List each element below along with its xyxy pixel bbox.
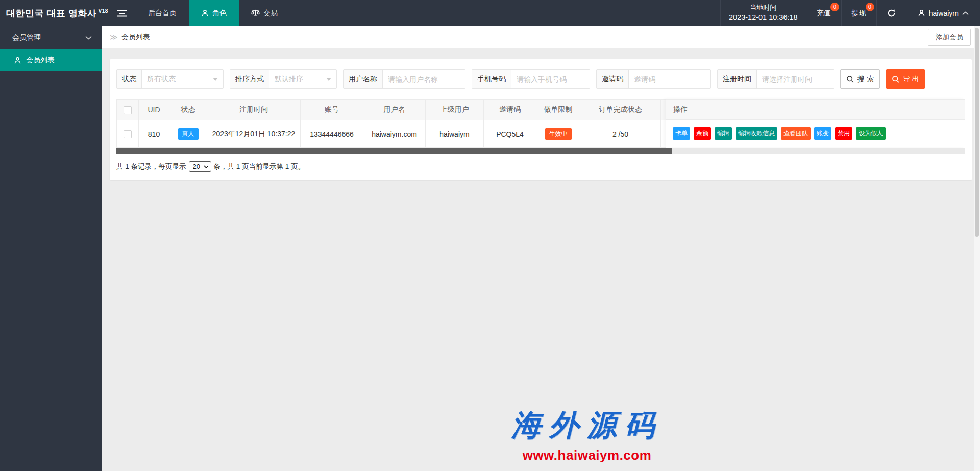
breadcrumb-icon: ≫ <box>110 33 118 42</box>
table-scroll-area[interactable]: UID 状态 注册时间 账号 用户名 上级用户 邀请码 做单限制 订单完成状态 <box>116 99 666 148</box>
username-input[interactable] <box>383 70 465 88</box>
col-header-account: 账号 <box>301 100 363 120</box>
person-icon <box>14 57 21 64</box>
action-balance-button[interactable]: 余额 <box>694 127 711 140</box>
col-header-clipped: 余 <box>661 100 667 120</box>
cell-uid: 810 <box>139 120 169 148</box>
sidebar-group-member-management[interactable]: 会员管理 <box>0 26 102 49</box>
cell-order-progress: 2 /50 <box>580 120 661 148</box>
search-icon <box>892 75 900 83</box>
col-header-parent-user: 上级用户 <box>426 100 484 120</box>
vertical-scrollbar-thumb[interactable] <box>975 28 979 237</box>
table-header-row: UID 状态 注册时间 账号 用户名 上级用户 邀请码 做单限制 订单完成状态 <box>117 100 667 120</box>
dropdown-arrow-icon <box>326 78 331 81</box>
col-header-invite-code: 邀请码 <box>484 100 536 120</box>
refresh-icon <box>887 9 896 17</box>
tab-role[interactable]: 角色 <box>189 0 239 26</box>
status-select[interactable]: 所有状态 <box>142 70 223 88</box>
sidebar-group-label: 会员管理 <box>12 33 41 42</box>
content-area: 状态 所有状态 排序方式 默认排序 用户名称 <box>102 48 980 471</box>
user-icon <box>918 9 925 17</box>
cell-clipped: 0 <box>661 120 667 148</box>
horizontal-scrollbar-thumb[interactable] <box>116 148 672 154</box>
sort-select[interactable]: 默认排序 <box>270 70 336 88</box>
cell-invite-code: PCQ5L4 <box>484 120 536 148</box>
sort-select-value: 默认排序 <box>275 75 303 84</box>
cell-parent-user: haiwaiym <box>426 120 484 148</box>
status-badge: 真人 <box>178 128 199 139</box>
pagination-suffix: 条，共 1 页当前显示第 1 页。 <box>214 162 305 171</box>
invite-code-filter-group: 邀请码 <box>596 69 711 89</box>
username-filter-label: 用户名称 <box>344 70 383 88</box>
row-checkbox[interactable] <box>124 130 132 138</box>
col-header-reg-time: 注册时间 <box>207 100 301 120</box>
tab-label: 交易 <box>263 9 278 18</box>
invite-code-filter-label: 邀请码 <box>597 70 629 88</box>
breadcrumb-bar: ≫ 会员列表 添加会员 <box>102 26 980 48</box>
action-edit-button[interactable]: 编辑 <box>715 127 732 140</box>
cell-username: haiwaiym.com <box>363 120 426 148</box>
operations-cell: 卡单 余额 编辑 编辑收款信息 查看团队 账变 禁用 设为假人 <box>666 120 965 147</box>
page-size-select[interactable]: 20 <box>189 161 211 172</box>
export-button[interactable]: 导 出 <box>886 69 925 89</box>
invite-code-input[interactable] <box>629 70 710 88</box>
page-title: 会员列表 <box>121 33 150 42</box>
logo-version: V18 <box>99 8 108 14</box>
user-menu[interactable]: haiwaiym <box>906 0 980 26</box>
status-select-value: 所有状态 <box>147 75 176 84</box>
reg-time-input[interactable] <box>757 70 834 88</box>
app-logo: 대한민국 대표 영화사 V18 <box>0 0 108 26</box>
username-label: haiwaiym <box>929 9 959 17</box>
withdraw-button[interactable]: 提现 0 <box>841 0 876 26</box>
order-limit-badge: 生效中 <box>545 128 572 139</box>
local-time-label: 当地时间 <box>750 3 776 13</box>
chevron-up-icon <box>962 11 969 15</box>
cell-reg-time: 2023年12月01日 10:37:22 <box>207 120 301 148</box>
navbar-spacer <box>290 0 720 26</box>
action-stuck-order-button[interactable]: 卡单 <box>673 127 690 140</box>
sidebar: 会员管理 会员列表 <box>0 26 102 471</box>
action-disable-button[interactable]: 禁用 <box>835 127 852 140</box>
sidebar-item-label: 会员列表 <box>26 56 55 65</box>
navbar: 대한민국 대표 영화사 V18 后台首页 角色 交易 当地时间 2023-12-… <box>0 0 980 26</box>
reg-time-filter-group: 注册时间 <box>717 69 834 89</box>
tab-label: 后台首页 <box>148 9 177 18</box>
local-time-value: 2023-12-01 10:36:18 <box>729 12 798 23</box>
phone-input[interactable] <box>511 70 590 88</box>
operations-column: 操作 卡单 余额 编辑 编辑收款信息 查看团队 账变 禁用 设为假人 <box>666 99 965 147</box>
horizontal-scrollbar[interactable] <box>116 148 965 154</box>
recharge-label: 充值 <box>817 9 831 18</box>
refresh-button[interactable] <box>876 0 906 26</box>
hamburger-icon <box>117 10 127 17</box>
phone-filter-group: 手机号码 <box>472 69 590 89</box>
scales-icon <box>251 9 260 17</box>
recharge-button[interactable]: 充值 0 <box>806 0 841 26</box>
search-icon <box>846 75 854 83</box>
chevron-down-icon <box>85 36 92 40</box>
vertical-scrollbar[interactable] <box>974 26 980 471</box>
add-member-button[interactable]: 添加会员 <box>928 29 971 46</box>
sidebar-item-member-list[interactable]: 会员列表 <box>0 49 102 71</box>
username-filter-group: 用户名称 <box>343 69 465 89</box>
col-header-order-limit: 做单限制 <box>536 100 580 120</box>
action-edit-payment-info-button[interactable]: 编辑收款信息 <box>736 127 777 140</box>
cell-account: 13344446666 <box>301 120 363 148</box>
status-filter-group: 状态 所有状态 <box>116 69 224 89</box>
tab-transaction[interactable]: 交易 <box>239 0 290 26</box>
select-all-checkbox[interactable] <box>124 106 132 114</box>
dropdown-arrow-icon <box>213 78 218 81</box>
action-account-change-button[interactable]: 账变 <box>814 127 831 140</box>
recharge-badge: 0 <box>830 3 839 11</box>
search-button[interactable]: 搜 索 <box>840 69 880 89</box>
action-set-as-bot-button[interactable]: 设为假人 <box>856 127 886 140</box>
logo-text: 대한민국 대표 영화사 <box>6 7 97 19</box>
export-button-label: 导 出 <box>903 75 919 84</box>
table-row: 810 真人 2023年12月01日 10:37:22 13344446666 … <box>117 120 667 148</box>
withdraw-badge: 0 <box>866 3 874 11</box>
hamburger-menu-button[interactable] <box>108 0 136 26</box>
pagination-prefix: 共 1 条记录，每页显示 <box>116 162 186 171</box>
search-button-label: 搜 索 <box>857 75 874 84</box>
action-view-team-button[interactable]: 查看团队 <box>781 127 811 140</box>
sort-filter-label: 排序方式 <box>230 70 270 88</box>
tab-backend-home[interactable]: 后台首页 <box>136 0 189 26</box>
